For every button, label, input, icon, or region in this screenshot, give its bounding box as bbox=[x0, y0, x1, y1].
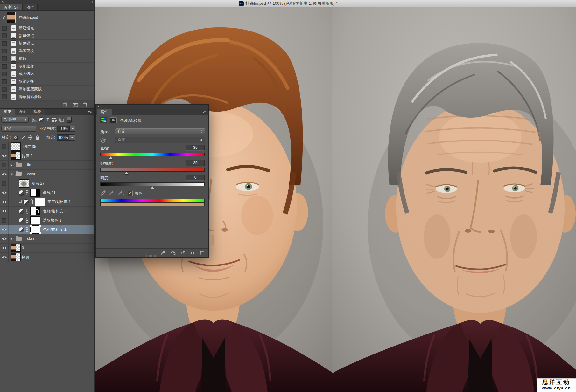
history-source-well[interactable] bbox=[2, 56, 7, 61]
eyedropper-minus-icon[interactable]: − bbox=[118, 190, 124, 196]
visibility-empty-well[interactable] bbox=[0, 179, 9, 188]
panel-menu-icon[interactable]: ▾≡ bbox=[88, 110, 92, 113]
adjustment-layer-icon[interactable] bbox=[19, 209, 24, 214]
chevron-down-icon[interactable] bbox=[69, 126, 75, 132]
expand-group-icon[interactable]: ▶ bbox=[11, 237, 15, 240]
layer-mask-thumbnail[interactable] bbox=[30, 207, 40, 215]
history-source-well[interactable] bbox=[2, 64, 7, 69]
layer-row[interactable]: 背景 拷贝 bbox=[0, 253, 94, 262]
mask-link-icon[interactable] bbox=[26, 190, 29, 195]
adjustment-layer-icon[interactable] bbox=[19, 190, 24, 196]
history-state-row[interactable]: 新建锚点 bbox=[0, 40, 94, 47]
layer-mask-thumbnail[interactable] bbox=[30, 216, 40, 224]
layer-row[interactable]: 色相/饱和度 2 bbox=[0, 207, 94, 216]
visibility-eye-icon[interactable] bbox=[0, 188, 9, 197]
mask-link-icon[interactable] bbox=[30, 199, 33, 204]
lock-all-icon[interactable] bbox=[35, 135, 39, 140]
filter-type-layers-icon[interactable]: T bbox=[45, 117, 51, 123]
layer-mask-thumbnail[interactable] bbox=[30, 225, 40, 234]
saturation-slider-thumb[interactable] bbox=[125, 170, 129, 174]
collapse-group-icon[interactable]: ▼ bbox=[11, 173, 15, 176]
layer-mask-thumbnail[interactable] bbox=[30, 189, 40, 197]
visibility-eye-icon[interactable] bbox=[0, 234, 9, 243]
trash-icon[interactable] bbox=[83, 102, 87, 107]
history-source-well[interactable] bbox=[2, 79, 7, 84]
layer-thumbnail[interactable] bbox=[11, 142, 21, 151]
clip-to-layer-icon[interactable] bbox=[160, 251, 165, 255]
history-source-well[interactable] bbox=[2, 87, 7, 92]
panel-menu-icon[interactable]: ▾≡ bbox=[202, 110, 206, 114]
history-state-row[interactable]: 添加图层蒙版 bbox=[0, 86, 94, 93]
visibility-empty-well[interactable] bbox=[0, 142, 9, 151]
history-source-well[interactable] bbox=[2, 94, 7, 99]
tab-channels[interactable]: 通道 bbox=[15, 109, 30, 115]
new-document-from-state-icon[interactable] bbox=[63, 102, 67, 107]
history-source-well[interactable] bbox=[2, 72, 7, 76]
collapse-dock-icon[interactable]: ◂◂ bbox=[91, 0, 92, 3]
layer-thumbnail[interactable] bbox=[11, 244, 21, 252]
tab-history[interactable]: 历史记录 bbox=[0, 4, 23, 10]
adjustment-layer-icon[interactable] bbox=[19, 227, 24, 232]
visibility-eye-icon[interactable] bbox=[0, 253, 9, 262]
filter-smart-object-layers-icon[interactable] bbox=[58, 117, 65, 123]
layer-row[interactable]: 图层 0 bbox=[0, 244, 94, 253]
tab-properties[interactable]: 属性 bbox=[97, 109, 112, 115]
history-state-row[interactable]: 描边 bbox=[0, 55, 94, 63]
history-source-well[interactable] bbox=[2, 49, 7, 53]
mask-link-icon[interactable] bbox=[26, 227, 29, 232]
filter-pixel-layers-icon[interactable] bbox=[31, 117, 38, 123]
hue-value-field[interactable]: 35 bbox=[186, 145, 205, 151]
visibility-eye-icon[interactable] bbox=[0, 207, 9, 216]
layer-mask-thumbnail[interactable] bbox=[35, 198, 45, 206]
filter-adjustment-layers-icon[interactable] bbox=[38, 117, 45, 123]
visibility-eye-icon[interactable] bbox=[0, 244, 9, 252]
lightness-slider[interactable] bbox=[100, 182, 205, 186]
layer-row[interactable]: ▶fin bbox=[0, 161, 94, 170]
saturation-value-field[interactable]: 25 bbox=[186, 160, 205, 166]
history-state-row[interactable]: 释放剪贴蒙版 bbox=[0, 93, 94, 101]
close-icon[interactable]: × bbox=[2, 0, 4, 4]
camera-snapshot-icon[interactable] bbox=[73, 103, 78, 107]
filter-toggle-switch[interactable] bbox=[67, 117, 72, 123]
adjustment-layer-icon[interactable] bbox=[19, 218, 24, 223]
history-state-row[interactable]: 取消选择 bbox=[0, 63, 94, 70]
filter-shape-layers-icon[interactable] bbox=[51, 117, 58, 123]
expand-group-icon[interactable]: ▶ bbox=[11, 163, 15, 167]
visibility-eye-icon[interactable] bbox=[0, 225, 9, 234]
hue-slider[interactable] bbox=[100, 153, 205, 156]
lightness-slider-thumb[interactable] bbox=[151, 184, 154, 189]
layer-thumbnail[interactable] bbox=[19, 179, 29, 188]
layer-row[interactable]: 背景 拷贝 2 bbox=[0, 151, 94, 161]
lock-move-icon[interactable] bbox=[28, 135, 32, 140]
adjustment-layer-icon[interactable] bbox=[23, 199, 29, 205]
blend-mode-dropdown[interactable]: 正常 bbox=[1, 126, 36, 132]
visibility-eye-icon[interactable] bbox=[0, 170, 9, 179]
history-state-row[interactable]: 取消选择 bbox=[0, 78, 94, 86]
reset-icon[interactable]: ↺ bbox=[181, 251, 185, 255]
close-icon[interactable]: × bbox=[97, 104, 99, 108]
hue-slider-thumb[interactable] bbox=[109, 155, 113, 159]
targeted-adjustment-hand-icon[interactable] bbox=[99, 137, 107, 143]
opacity-value[interactable]: 19% bbox=[57, 126, 69, 132]
layer-row[interactable]: 图层 35 bbox=[0, 142, 94, 151]
tab-layers[interactable]: 图层 bbox=[0, 109, 15, 115]
history-state-row[interactable]: 载入选区 bbox=[0, 70, 94, 78]
layer-row[interactable]: 曲线 11 bbox=[0, 188, 94, 197]
layer-thumbnail[interactable] bbox=[11, 151, 21, 160]
layer-row[interactable]: ▼color bbox=[0, 170, 94, 179]
filter-type-dropdown[interactable]: 类型 bbox=[1, 117, 29, 123]
layer-row[interactable]: 亮度/对比度 1 bbox=[0, 197, 94, 207]
visibility-eye-icon[interactable] bbox=[190, 251, 195, 255]
eyedropper-plus-icon[interactable]: + bbox=[109, 190, 116, 196]
tab-paths[interactable]: 路径 bbox=[30, 109, 45, 115]
visibility-eye-icon[interactable] bbox=[0, 197, 9, 206]
history-source-well[interactable] bbox=[2, 26, 7, 31]
mask-link-icon[interactable] bbox=[26, 218, 29, 223]
chevron-down-icon[interactable] bbox=[69, 134, 75, 141]
tab-actions[interactable]: 动作 bbox=[23, 4, 38, 10]
history-state-row[interactable]: 选区更改 bbox=[0, 47, 94, 55]
view-previous-state-eye-icon[interactable] bbox=[170, 251, 176, 255]
visibility-empty-well[interactable] bbox=[0, 216, 9, 225]
history-source-well[interactable] bbox=[2, 33, 7, 38]
channel-dropdown[interactable]: 全图 bbox=[115, 137, 205, 143]
